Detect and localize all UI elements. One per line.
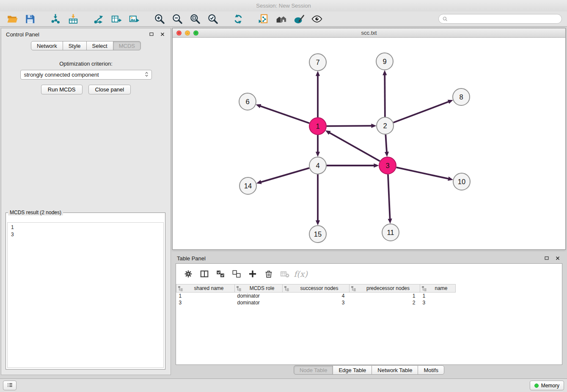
home-button[interactable] — [274, 13, 289, 25]
float-panel-button[interactable] — [148, 31, 155, 38]
run-mcds-button[interactable]: Run MCDS — [41, 85, 83, 94]
graph-node-10[interactable]: 10 — [453, 173, 470, 190]
column-edit-icon — [421, 286, 427, 291]
float-table-panel-button[interactable] — [543, 255, 550, 262]
first-neighbors-button[interactable] — [91, 13, 106, 25]
row-filler — [456, 293, 562, 299]
memory-label: Memory — [541, 383, 559, 389]
columns-button[interactable] — [198, 268, 210, 280]
zoom-in-icon — [154, 14, 165, 25]
edge-3-1[interactable] — [330, 133, 380, 161]
close-window-button[interactable] — [176, 30, 182, 36]
edge-3-11[interactable] — [388, 174, 390, 219]
table-row[interactable]: 1dominator411 — [176, 293, 562, 299]
edge-3-10[interactable] — [396, 167, 449, 179]
edge-2-9[interactable] — [385, 75, 385, 117]
network-canvas[interactable]: 7968124314101511 — [173, 38, 565, 249]
table-cell[interactable]: 1 — [350, 293, 420, 299]
tab-network[interactable]: Network — [31, 41, 63, 50]
deselect-all-button[interactable] — [230, 268, 242, 280]
mcds-result-list[interactable]: 13 — [7, 222, 164, 368]
column-header-name[interactable]: name — [420, 284, 456, 293]
graph-node-2[interactable]: 2 — [377, 117, 394, 134]
minimize-window-button[interactable] — [185, 30, 190, 36]
graph-node-6[interactable]: 6 — [239, 93, 256, 110]
graph-node-14[interactable]: 14 — [239, 177, 256, 194]
table-tab-motifs[interactable]: Motifs — [418, 365, 444, 375]
column-header-shared-name[interactable]: shared name — [176, 284, 235, 293]
tab-style[interactable]: Style — [63, 41, 87, 50]
table-cell[interactable]: 2 — [350, 299, 420, 306]
zoom-out-button[interactable] — [170, 13, 184, 25]
graph-node-4[interactable]: 4 — [309, 157, 326, 174]
table-row[interactable]: 3dominator323 — [176, 299, 562, 306]
tab-mcds[interactable]: MCDS — [113, 41, 141, 50]
edge-1-2[interactable] — [327, 126, 372, 126]
edge-2-3[interactable] — [385, 135, 387, 152]
graph-node-3[interactable]: 3 — [379, 157, 396, 174]
search-box[interactable] — [438, 14, 562, 24]
export-network-button[interactable] — [256, 13, 271, 25]
gear-button[interactable] — [182, 268, 194, 280]
mcds-result-line: 1 — [11, 224, 163, 231]
toolbar-icon-groups — [5, 13, 335, 25]
delete-row-button[interactable] — [262, 268, 275, 280]
open-folder-button[interactable] — [5, 13, 19, 25]
export-network-icon — [258, 14, 269, 25]
zoom-fit-button[interactable] — [188, 13, 202, 25]
table-tab-node-table[interactable]: Node Table — [294, 365, 333, 375]
network-window-titlebar[interactable]: scc.txt — [173, 28, 565, 38]
task-history-button[interactable] — [3, 381, 17, 390]
export-table-button[interactable] — [109, 13, 124, 25]
edge-2-8[interactable] — [394, 102, 449, 122]
column-header-successor-nodes[interactable]: successor nodes — [283, 284, 350, 293]
table-cell[interactable]: 3 — [176, 299, 235, 306]
table-cell[interactable]: 1 — [176, 293, 235, 299]
memory-button[interactable]: Memory — [530, 381, 564, 390]
table-cell[interactable]: 3 — [283, 299, 350, 306]
table-cell[interactable]: 1 — [420, 293, 456, 299]
tab-select[interactable]: Select — [86, 41, 113, 50]
table-tab-network-table[interactable]: Network Table — [372, 365, 418, 375]
zoom-in-button[interactable] — [152, 13, 167, 25]
select-all-button[interactable] — [214, 268, 226, 280]
style-brush-button[interactable] — [292, 13, 306, 25]
svg-text:3: 3 — [385, 162, 389, 169]
zoom-window-button[interactable] — [193, 30, 198, 36]
column-header-predecessor-nodes[interactable]: predecessor nodes — [350, 284, 420, 293]
apply-layout-button[interactable] — [231, 13, 245, 25]
close-table-panel-button[interactable] — [554, 255, 561, 262]
network-window: scc.txt 7968124314101511 — [172, 28, 566, 250]
column-header-MCDS-role[interactable]: MCDS role — [235, 284, 283, 293]
graph-node-15[interactable]: 15 — [309, 226, 326, 243]
show-details-eye-button[interactable] — [310, 13, 324, 25]
graph-node-9[interactable]: 9 — [376, 53, 393, 70]
close-panel-action-button[interactable]: Close panel — [88, 85, 131, 94]
table-cell[interactable]: 3 — [420, 299, 456, 306]
delete-column-button — [278, 268, 291, 280]
edge-4-14[interactable] — [261, 168, 309, 182]
graph-node-1[interactable]: 1 — [309, 118, 326, 135]
select-chevrons-icon — [143, 71, 150, 78]
mcds-result-title: MCDS result (2 nodes) — [8, 210, 63, 215]
save-button[interactable] — [23, 13, 37, 25]
optimization-criterion-select[interactable]: strongly connected component — [20, 70, 152, 80]
graph-node-11[interactable]: 11 — [382, 224, 399, 241]
table-cell[interactable]: dominator — [235, 299, 283, 306]
edge-1-6[interactable] — [260, 106, 309, 124]
table-panel-tabs: Node TableEdge TableNetwork TableMotifs — [172, 365, 566, 375]
show-details-eye-icon — [311, 14, 322, 25]
graph-node-7[interactable]: 7 — [309, 54, 326, 71]
table-cell[interactable]: dominator — [235, 293, 283, 299]
export-image-button[interactable] — [127, 13, 141, 25]
search-input[interactable] — [450, 16, 558, 22]
close-panel-button[interactable] — [159, 31, 166, 38]
graph-node-8[interactable]: 8 — [453, 88, 470, 105]
zoom-selected-button[interactable] — [206, 13, 220, 25]
list-icon — [6, 381, 14, 390]
table-cell[interactable]: 4 — [283, 293, 350, 299]
import-table-button[interactable] — [66, 13, 80, 25]
table-tab-edge-table[interactable]: Edge Table — [333, 365, 372, 375]
import-network-button[interactable] — [48, 13, 63, 25]
add-row-button[interactable] — [246, 268, 259, 280]
